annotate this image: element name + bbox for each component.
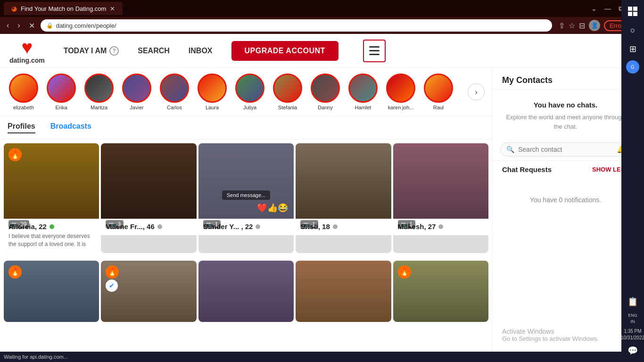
no-chats-subtitle: Explore the world and meet anyone throug…: [502, 113, 629, 131]
tab-down-icon[interactable]: ⌄: [587, 5, 601, 12]
profile-icon[interactable]: 👤: [589, 20, 600, 31]
reload-button[interactable]: ✕: [26, 19, 38, 32]
photo-count: 📷 1: [300, 220, 318, 229]
status-bar: Waiting for api.dating.com...: [0, 352, 644, 362]
profile-card[interactable]: 🔥: [4, 261, 99, 322]
new-tab-button[interactable]: +: [123, 4, 127, 13]
address-bar[interactable]: 🔒 dating.com/en/people/: [41, 19, 552, 32]
time-display: 1:35 PM: [621, 328, 644, 335]
profile-card[interactable]: 📷 1 Sristi, 18: [296, 143, 391, 253]
minimize-icon[interactable]: —: [601, 5, 615, 12]
lang-indicator[interactable]: ENGIN: [625, 311, 640, 326]
story-item[interactable]: karen joh...: [385, 74, 417, 110]
card-image: [198, 261, 294, 322]
chat-requests-title: Chat Requests: [502, 165, 552, 173]
logo[interactable]: ♥ dating.com: [9, 38, 45, 64]
story-avatar: [122, 74, 151, 103]
story-item[interactable]: Maritza: [83, 74, 115, 110]
url-text: dating.com/en/people/: [56, 22, 116, 29]
profile-card[interactable]: Send message... ❤️👍😂 📷 1 Sunder Y... , 2…: [198, 143, 294, 253]
camera-icon: 📷: [206, 221, 213, 228]
story-avatar: [348, 74, 378, 103]
help-icon[interactable]: ?: [109, 46, 119, 56]
profile-card[interactable]: 📷 1 Mukesh, 27: [393, 143, 488, 253]
svg-rect-3: [633, 12, 637, 16]
search-contact-input-wrapper[interactable]: 🔍 🔔: [500, 142, 631, 156]
forward-button[interactable]: ›: [15, 19, 23, 32]
notifications-taskbar-icon[interactable]: 💬: [625, 343, 640, 358]
story-item[interactable]: Danny: [309, 74, 341, 110]
upgrade-account-button[interactable]: UPGRADE ACCOUNT: [231, 41, 339, 61]
browser-tab[interactable]: ◕ Find Your Match on Dating.com ✕: [4, 2, 123, 15]
photo-count: 📷 1: [203, 220, 221, 229]
story-name: Erika: [55, 105, 67, 110]
logo-heart-icon: ♥: [21, 38, 33, 57]
story-item[interactable]: Laura: [196, 74, 228, 110]
story-avatar: [9, 74, 38, 103]
story-avatar: [273, 74, 302, 103]
story-avatar: [198, 74, 227, 103]
camera-icon: 📷: [401, 221, 408, 228]
activate-windows-title: Activate Windows: [502, 328, 629, 335]
tab-profiles[interactable]: Profiles: [8, 122, 35, 133]
search-nav[interactable]: SEARCH: [138, 47, 170, 55]
status-text: Waiting for api.dating.com...: [4, 354, 640, 360]
chat-requests-section: Chat Requests SHOW LESS: [493, 160, 638, 177]
profile-card[interactable]: 🔥 📷 29 Andreia, 22 I believe that everyo…: [4, 143, 99, 253]
clock: 1:35 PM 10/31/2022: [621, 328, 644, 341]
bookmark-icon[interactable]: ☆: [569, 21, 575, 30]
profile-card[interactable]: [198, 261, 294, 322]
profile-card[interactable]: 🔥 ✔: [101, 261, 196, 322]
main-content: elizabeth Erika Maritza Javier: [0, 68, 492, 352]
today-i-am-nav[interactable]: TODAY I AM ?: [64, 46, 119, 56]
verified-badge-icon: ✔: [106, 280, 118, 292]
windows-taskbar: ○ ⊞ G 📋 ENGIN 1:35 PM 10/31/2022 💬: [621, 0, 644, 362]
hamburger-menu-button[interactable]: [363, 40, 386, 62]
story-item[interactable]: elizabeth: [8, 74, 40, 110]
search-taskbar-icon[interactable]: ○: [625, 23, 640, 38]
menu-line-3: [369, 54, 380, 55]
chrome-icon[interactable]: G: [626, 60, 639, 74]
story-item[interactable]: Hamlet: [347, 74, 379, 110]
photo-count: 📷 29: [8, 220, 29, 229]
menu-line-2: [369, 50, 380, 51]
story-item[interactable]: Erika: [45, 74, 77, 110]
story-item[interactable]: Javier: [121, 74, 153, 110]
split-view-icon[interactable]: ⊟: [579, 21, 585, 30]
story-item[interactable]: Carlos: [158, 74, 190, 110]
card-image: [101, 143, 196, 219]
story-item[interactable]: Stefania: [272, 74, 304, 110]
story-item[interactable]: Raul: [422, 74, 454, 110]
offline-indicator: [256, 224, 260, 229]
task-view-icon[interactable]: ⊞: [625, 41, 640, 57]
profiles-grid: 🔥 📷 29 Andreia, 22 I believe that everyo…: [0, 140, 492, 257]
story-name: Danny: [318, 105, 333, 110]
windows-start-icon[interactable]: [625, 4, 640, 19]
tab-broadcasts[interactable]: Broadcasts: [50, 122, 91, 133]
fire-badge-icon: 🔥: [398, 265, 411, 279]
card-image: [393, 143, 488, 219]
no-chats-area: You have no chats. Explore the world and…: [493, 90, 638, 139]
share-icon[interactable]: ⇧: [559, 21, 565, 30]
search-contact-input[interactable]: [518, 146, 613, 153]
stories-row: elizabeth Erika Maritza Javier: [0, 68, 492, 116]
sidebar: My Contacts You have no chats. Explore t…: [492, 68, 638, 352]
stories-next-button[interactable]: ›: [468, 83, 485, 100]
story-avatar: [424, 74, 453, 103]
story-name: elizabeth: [13, 105, 34, 110]
profile-card[interactable]: [296, 261, 391, 322]
profile-card[interactable]: 🔥: [393, 261, 488, 322]
search-contact-icon: 🔍: [506, 146, 514, 153]
story-item[interactable]: Juliya: [234, 74, 266, 110]
svg-rect-2: [628, 12, 632, 16]
profile-bio: I believe that everyone deserves the sup…: [8, 232, 94, 248]
camera-icon: 📷: [303, 221, 310, 228]
story-name: Stefania: [278, 105, 297, 110]
close-tab-icon[interactable]: ✕: [110, 5, 115, 12]
inbox-nav[interactable]: INBOX: [189, 47, 213, 55]
profile-card[interactable]: 📷 3 Valene Fr..., 46: [101, 143, 196, 253]
back-button[interactable]: ‹: [4, 19, 12, 32]
story-name: Maritza: [91, 105, 107, 110]
my-contacts-header: My Contacts: [493, 68, 638, 90]
clipboard-icon[interactable]: 📋: [625, 294, 640, 309]
